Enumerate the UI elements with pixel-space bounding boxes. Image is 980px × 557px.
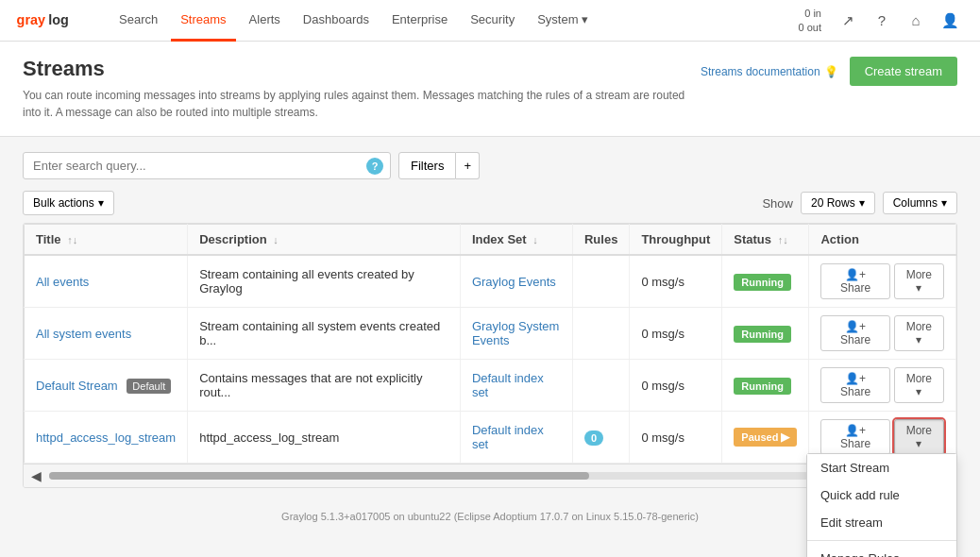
scroll-left-button[interactable]: ◀	[31, 468, 42, 483]
cell-status-1: Running	[722, 308, 809, 360]
cell-index-0: Graylog Events	[460, 255, 572, 308]
page-header-left: Streams You can route incoming messages …	[23, 57, 701, 121]
cell-index-2: Default index set	[460, 360, 572, 412]
action-btns-0: 👤+ Share More ▾	[820, 263, 944, 299]
share-button-2[interactable]: 👤+ Share	[820, 367, 889, 403]
rows-button[interactable]: 20 Rows ▾	[801, 192, 875, 214]
index-link-1[interactable]: Graylog SystemEvents	[472, 319, 559, 347]
nav-dashboards[interactable]: Dashboards	[294, 0, 379, 42]
table-body: All events Stream containing all events …	[25, 255, 956, 464]
stream-title-link-3[interactable]: httpd_access_log_stream	[36, 430, 176, 445]
cell-status-3: Paused ▶	[722, 412, 809, 464]
status-badge-3: Paused ▶	[734, 428, 797, 447]
user-icon[interactable]: 👤	[935, 6, 965, 36]
cell-action-1: 👤+ Share More ▾	[809, 308, 956, 360]
more-button-1[interactable]: More ▾	[894, 315, 944, 351]
page-header: Streams You can route incoming messages …	[0, 42, 980, 137]
cell-title-1: All system events	[25, 308, 188, 360]
docs-link[interactable]: Streams documentation 💡	[701, 65, 838, 78]
more-button-2[interactable]: More ▾	[894, 367, 944, 403]
col-title[interactable]: Title ↑↓	[25, 225, 188, 256]
cell-rules-1	[572, 308, 629, 360]
index-link-3[interactable]: Default index set	[472, 423, 544, 451]
nav-enterprise[interactable]: Enterprise	[382, 0, 457, 42]
home-icon[interactable]: ⌂	[901, 6, 931, 36]
col-rules[interactable]: Rules	[572, 225, 629, 256]
search-help-button[interactable]: ?	[366, 158, 383, 175]
rules-badge-3: 0	[584, 430, 603, 446]
cell-desc-0: Stream containing all events created by …	[188, 255, 461, 308]
filters-add-button[interactable]: +	[456, 152, 480, 179]
scroll-thumb	[49, 472, 589, 480]
table-row: Default Stream Default Contains messages…	[25, 360, 956, 412]
cell-index-1: Graylog SystemEvents	[460, 308, 572, 360]
status-badge-1: Running	[734, 326, 791, 343]
action-btns-2: 👤+ Share More ▾	[820, 367, 944, 403]
more-button-3[interactable]: More ▾	[894, 419, 944, 455]
nav-search[interactable]: Search	[110, 0, 167, 42]
page-header-right: Streams documentation 💡 Create stream	[701, 57, 957, 86]
cell-title-3: httpd_access_log_stream	[25, 412, 188, 464]
top-navigation: gray log Search Streams Alerts Dashboard…	[0, 0, 980, 42]
columns-button[interactable]: Columns ▾	[883, 192, 957, 214]
actions-bar: Bulk actions ▾ Show 20 Rows ▾ Columns ▾	[23, 191, 957, 215]
streams-table: Title ↑↓ Description ↓ Index Set ↓ Rules	[24, 224, 956, 464]
nav-links: Search Streams Alerts Dashboards Enterpr…	[110, 0, 799, 42]
table-row: All system events Stream containing all …	[25, 308, 956, 360]
nav-right: 0 in 0 out ↗ ? ⌂ 👤	[799, 6, 965, 36]
cell-throughput-1: 0 msg/s	[630, 308, 722, 360]
cell-action-0: 👤+ Share More ▾	[809, 255, 956, 308]
stream-title-link-2[interactable]: Default Stream	[36, 379, 118, 393]
col-throughput[interactable]: Throughput	[630, 225, 722, 256]
share-button-1[interactable]: 👤+ Share	[820, 315, 889, 351]
nav-alerts[interactable]: Alerts	[240, 0, 290, 42]
nav-system[interactable]: System ▾	[528, 0, 598, 42]
dropdown-divider	[807, 540, 956, 541]
show-controls: Show 20 Rows ▾ Columns ▾	[762, 192, 957, 214]
index-link-0[interactable]: Graylog Events	[472, 275, 556, 289]
action-btns-1: 👤+ Share More ▾	[820, 315, 944, 351]
page-description: You can route incoming messages into str…	[23, 87, 701, 121]
nav-security[interactable]: Security	[461, 0, 524, 42]
sort-desc-icon: ↓	[273, 234, 279, 245]
cell-index-3: Default index set	[460, 412, 572, 464]
sort-title-icon: ↑↓	[67, 234, 77, 245]
dropdown-quick-add-rule[interactable]: Quick add rule	[807, 481, 956, 509]
col-index-set[interactable]: Index Set ↓	[460, 225, 572, 256]
default-badge: Default	[127, 379, 171, 394]
filters-button[interactable]: Filters	[398, 152, 456, 179]
action-btns-3: 👤+ Share More ▾	[820, 419, 944, 455]
share-button-3[interactable]: 👤+ Share	[820, 419, 889, 455]
cell-throughput-2: 0 msg/s	[630, 360, 722, 412]
logo[interactable]: gray log	[15, 6, 91, 35]
more-button-0[interactable]: More ▾	[894, 263, 944, 299]
lightbulb-icon: 💡	[824, 65, 838, 78]
caret-down-icon2: ▾	[941, 196, 947, 210]
sort-index-icon: ↓	[532, 234, 538, 245]
create-stream-button[interactable]: Create stream	[850, 57, 957, 86]
dropdown-manage-rules[interactable]: Manage Rules	[807, 545, 956, 552]
col-status[interactable]: Status ↑↓	[722, 225, 809, 256]
nav-streams[interactable]: Streams	[171, 0, 235, 42]
search-input[interactable]	[23, 152, 391, 179]
page-title: Streams	[23, 57, 701, 81]
cell-throughput-0: 0 msg/s	[630, 255, 722, 308]
external-link-icon[interactable]: ↗	[833, 6, 863, 36]
cell-desc-3: httpd_access_log_stream	[188, 412, 461, 464]
svg-text:gray: gray	[17, 12, 45, 27]
share-button-0[interactable]: 👤+ Share	[820, 263, 889, 299]
cell-status-2: Running	[722, 360, 809, 412]
cell-rules-0	[572, 255, 629, 308]
index-link-2[interactable]: Default index set	[472, 371, 544, 399]
col-description[interactable]: Description ↓	[188, 225, 461, 256]
message-count: 0 in 0 out	[799, 7, 821, 34]
table-header: Title ↑↓ Description ↓ Index Set ↓ Rules	[25, 225, 956, 256]
dropdown-edit-stream[interactable]: Edit stream	[807, 509, 956, 536]
cell-rules-3: 0	[572, 412, 629, 464]
status-badge-2: Running	[734, 378, 791, 395]
stream-title-link-1[interactable]: All system events	[36, 327, 131, 341]
help-icon[interactable]: ?	[867, 6, 897, 36]
bulk-actions-button[interactable]: Bulk actions ▾	[23, 191, 114, 215]
dropdown-start-stream[interactable]: Start Stream	[807, 454, 956, 481]
stream-title-link-0[interactable]: All events	[36, 275, 89, 289]
